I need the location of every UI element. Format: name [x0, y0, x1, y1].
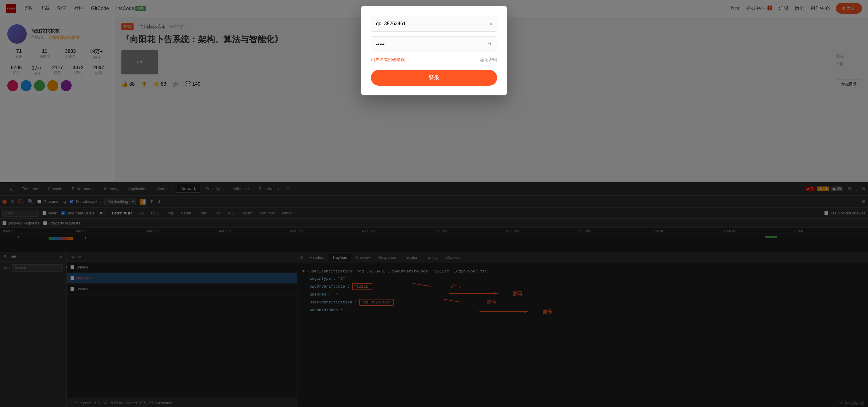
- username-group: ✕: [371, 16, 497, 32]
- login-error-text: 用户名或密码错误: [371, 57, 405, 63]
- login-submit-button[interactable]: 登录: [371, 70, 497, 86]
- password-input[interactable]: [371, 36, 497, 52]
- username-input[interactable]: [371, 16, 497, 32]
- clear-username-icon[interactable]: ✕: [489, 21, 493, 27]
- form-footer: 用户名或密码错误 忘记密码: [371, 57, 497, 63]
- toggle-password-icon[interactable]: 👁: [488, 41, 493, 47]
- password-group: 👁: [371, 36, 497, 52]
- modal-overlay[interactable]: ✕ 👁 用户名或密码错误 忘记密码 登录: [0, 0, 868, 407]
- login-modal: ✕ 👁 用户名或密码错误 忘记密码 登录: [361, 6, 507, 95]
- forgot-password-link[interactable]: 忘记密码: [480, 57, 497, 63]
